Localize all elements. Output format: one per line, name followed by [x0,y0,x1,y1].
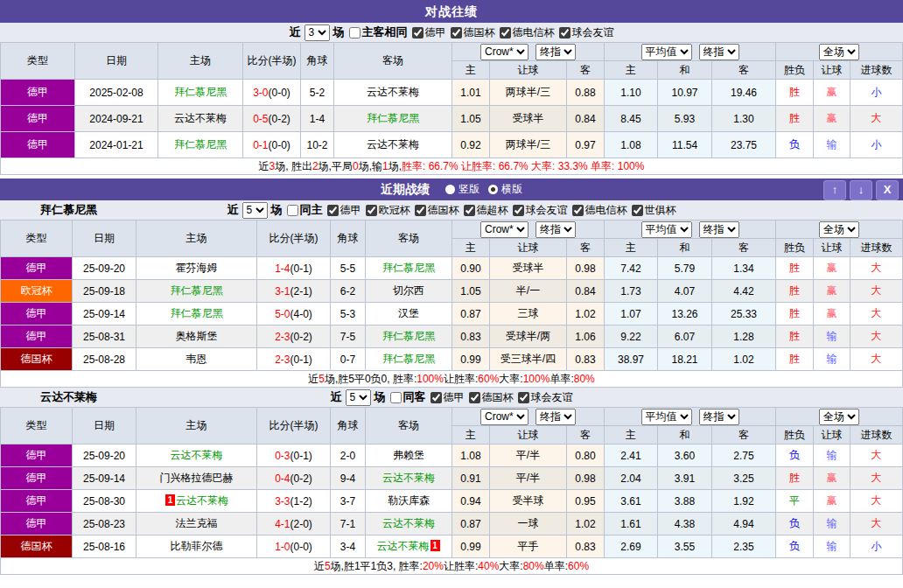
league-checkbox[interactable]: 德国杯 [410,203,459,218]
corner-count: 7-5 [331,326,366,348]
average-odds: 9.22 [605,326,658,348]
team-cell: 奥格斯堡 [136,326,257,348]
league-checkbox-input[interactable] [464,205,475,216]
recent-count-select[interactable]: 3 [304,24,330,41]
scope-header: 全场 [776,43,903,61]
sub-column-header: 主 [452,61,490,80]
handicap-odds: 0.87 [452,303,490,326]
radio-icon[interactable] [488,185,498,194]
special-filter-checkbox[interactable]: 主客相同 [345,24,408,40]
move-up-button[interactable]: ↑ [823,180,846,200]
special-filter-checkbox-input[interactable] [390,392,402,403]
league-checkbox-input[interactable] [366,205,377,216]
league-badge: 德甲 [1,444,73,467]
special-filter-checkbox[interactable]: 同主 [283,202,323,218]
league-checkbox-input[interactable] [412,27,424,38]
final-odds-select[interactable]: 终指 [699,44,739,60]
odds-source-select[interactable]: Crow* [480,221,528,238]
scope-select[interactable]: 全场 [819,409,859,425]
league-checkbox-input[interactable] [632,205,643,216]
final-odds-select[interactable]: 终指 [536,44,576,60]
recent-count-select[interactable]: 5 [242,202,268,219]
league-checkbox[interactable]: 德甲 [323,203,361,218]
league-checkbox[interactable]: 球会友谊 [555,25,614,40]
league-checkbox-input[interactable] [430,392,442,403]
league-checkbox-input[interactable] [451,27,462,38]
result-cell: 赢 [814,106,850,132]
special-filter-checkbox[interactable]: 同客 [386,389,426,405]
handicap-odds: 0.84 [567,280,605,303]
team-cell: 云达不莱梅1 [366,536,452,558]
league-badge: 德甲 [1,326,73,348]
league-checkbox-input[interactable] [513,205,524,216]
scope-select[interactable]: 全场 [819,44,859,60]
match-date: 25-09-20 [73,257,136,280]
average-odds-select[interactable]: 平均值 [641,221,692,238]
average-odds: 2.35 [712,536,776,558]
layout-radio-horizontal[interactable]: 横版 [480,182,522,197]
handicap-odds: 0.98 [567,257,605,280]
odds-source-select[interactable]: Crow* [480,409,528,425]
half-time-score: (0-1) [290,450,312,462]
league-checkbox[interactable]: 德甲 [426,390,465,405]
league-checkbox-input[interactable] [327,205,339,216]
scope-select[interactable]: 全场 [819,221,859,238]
league-checkbox[interactable]: 世俱杯 [627,203,676,218]
league-checkbox-input[interactable] [518,392,529,403]
recent-count-select[interactable]: 5 [346,389,371,406]
match-row: 德甲25-09-20云达不莱梅0-3(0-1)2-0弗赖堡1.08平/半0.80… [1,444,903,467]
special-filter-checkbox-input[interactable] [287,205,298,216]
close-button[interactable]: X [876,180,899,200]
average-odds: 5.79 [658,257,712,280]
handicap-odds: 受球半 [490,106,567,132]
sub-column-header: 主 [605,61,658,80]
radio-icon[interactable] [445,185,455,194]
league-checkbox-label: 球会友谊 [572,25,614,40]
league-checkbox[interactable]: 德国杯 [465,390,514,405]
sub-column-header: 胜负 [776,426,814,444]
team-cell: 拜仁慕尼黑 [366,348,452,371]
league-checkbox-input[interactable] [572,205,584,216]
sub-column-header: 主 [605,426,658,444]
team-name: 云达不莱梅 [174,112,227,124]
average-odds-select[interactable]: 平均值 [641,44,692,60]
special-filter-checkbox-input[interactable] [349,27,360,38]
result-cell: 负 [776,536,814,558]
final-odds-select[interactable]: 终指 [699,221,739,238]
result-mark: 大 [872,353,882,365]
final-odds-select[interactable]: 终指 [699,409,739,425]
league-checkbox-input[interactable] [469,392,480,403]
league-checkbox[interactable]: 德甲 [408,25,446,40]
move-down-button[interactable]: ↓ [850,180,872,200]
result-mark: 赢 [827,284,837,297]
league-checkbox-input[interactable] [559,27,570,38]
league-checkbox[interactable]: 欧冠杯 [361,203,410,218]
league-checkbox[interactable]: 德国杯 [446,25,495,40]
result-cell: 输 [814,326,850,348]
team-cell: 法兰克福 [136,513,257,536]
result-cell: 胜 [776,348,814,371]
layout-radio-vertical[interactable]: 竖版 [437,182,480,197]
result-mark: 胜 [789,330,800,342]
league-checkbox[interactable]: 德电信杯 [495,25,555,40]
league-checkbox-input[interactable] [500,27,511,38]
odds-source-select[interactable]: Crow* [480,44,528,60]
final-odds-select[interactable]: 终指 [536,221,576,238]
final-odds-select[interactable]: 终指 [536,409,576,425]
handicap-odds: 1.05 [452,280,490,303]
sub-column-header: 客 [712,239,776,257]
league-checkbox[interactable]: 球会友谊 [514,390,573,405]
result-mark: 大 [872,112,882,124]
league-checkbox[interactable]: 球会友谊 [508,203,568,218]
average-odds: 4.38 [658,513,712,536]
result-mark: 赢 [827,112,837,124]
league-checkbox[interactable]: 德电信杯 [568,203,627,218]
result-cell: 小 [850,536,903,558]
full-time-score: 0-1 [253,139,268,151]
average-odds-select[interactable]: 平均值 [641,409,692,425]
league-checkbox[interactable]: 德超杯 [459,203,508,218]
league-checkbox-input[interactable] [415,205,426,216]
result-mark: 小 [872,138,882,150]
handicap-odds: 两球半/三 [490,80,567,106]
result-mark: 输 [827,330,837,342]
